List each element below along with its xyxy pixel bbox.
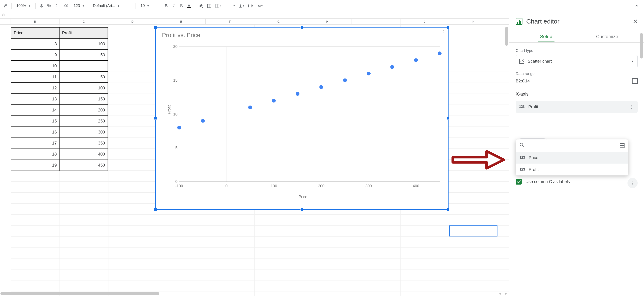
formula-bar[interactable]: fx	[0, 12, 509, 19]
decrease-decimal-button[interactable]: .0←	[53, 2, 61, 10]
table-cell[interactable]: 9	[11, 50, 60, 61]
table-cell[interactable]: 16	[11, 127, 60, 138]
select-range-button[interactable]	[620, 143, 624, 148]
table-cell[interactable]: 18	[11, 149, 60, 160]
vertical-scrollbar[interactable]	[505, 27, 508, 46]
search-icon	[520, 143, 524, 149]
data-range-value[interactable]: B2:C14	[516, 79, 530, 84]
resize-handle[interactable]	[447, 26, 450, 29]
chart-point	[272, 99, 276, 103]
spreadsheet-area: fx B C D E F G H I J K Price Profit	[0, 12, 509, 296]
fx-label: fx	[2, 13, 5, 17]
table-cell[interactable]: 450	[60, 160, 108, 171]
italic-button[interactable]: I	[170, 2, 177, 10]
close-button[interactable]: ✕	[633, 18, 638, 25]
more-button[interactable]: ⋯	[270, 2, 276, 10]
table-cell[interactable]: 14	[11, 105, 60, 116]
bold-button[interactable]: B	[163, 2, 170, 10]
table-cell[interactable]: 350	[60, 138, 108, 149]
column-header[interactable]: H	[303, 19, 352, 24]
x-axis-more-button[interactable]: ⋮	[629, 104, 634, 110]
chart-point	[248, 106, 252, 109]
zoom-select[interactable]: 100% ▼	[14, 2, 33, 10]
table-cell[interactable]: 400	[60, 149, 108, 160]
table-cell[interactable]: 12	[11, 83, 60, 94]
text-rotation-button[interactable]: ▼	[256, 2, 264, 10]
percent-button[interactable]: %	[46, 2, 52, 10]
table-cell[interactable]: 15	[11, 116, 60, 127]
select-range-button[interactable]	[632, 78, 638, 84]
column-header[interactable]: K	[449, 19, 498, 24]
text-color-button[interactable]: A	[186, 2, 192, 10]
x-axis-search-input[interactable]	[527, 142, 617, 149]
column-header[interactable]: C	[60, 19, 108, 24]
number-format-select[interactable]: 123 ▼	[73, 2, 86, 10]
table-cell[interactable]: 50	[60, 72, 108, 83]
active-cell[interactable]	[449, 225, 498, 236]
table-cell[interactable]: 300	[60, 127, 108, 138]
table-cell[interactable]: -100	[60, 39, 108, 50]
chevron-down-icon: ▼	[631, 60, 634, 63]
table-cell[interactable]: 250	[60, 116, 108, 127]
column-header[interactable]: E	[157, 19, 206, 24]
merge-cells-button[interactable]: ▼	[214, 2, 222, 10]
strikethrough-button[interactable]: S	[178, 2, 185, 10]
resize-handle[interactable]	[300, 208, 303, 211]
series-more-button[interactable]: ⋮	[628, 178, 638, 188]
resize-handle[interactable]	[447, 208, 450, 211]
font-select[interactable]: Default (Ari... ▼	[91, 2, 133, 10]
table-cell[interactable]: 8	[11, 39, 60, 50]
resize-handle[interactable]	[154, 26, 157, 29]
table-cell[interactable]: 150	[60, 94, 108, 105]
table-cell[interactable]: 19	[11, 160, 60, 171]
resize-handle[interactable]	[300, 26, 303, 29]
sheet-grid[interactable]: Price Profit 8-1009-5010-115012100131501…	[0, 25, 509, 296]
resize-handle[interactable]	[154, 117, 157, 120]
table-cell[interactable]: 100	[60, 83, 108, 94]
column-header[interactable]: J	[400, 19, 449, 24]
column-header[interactable]: F	[206, 19, 254, 24]
currency-button[interactable]: $	[38, 2, 45, 10]
scroll-right-button[interactable]: ▶	[503, 291, 509, 296]
paint-format-icon[interactable]	[2, 2, 9, 10]
text-wrap-button[interactable]: ▼	[246, 2, 255, 10]
collapse-toolbar-button[interactable]	[633, 2, 640, 10]
fill-color-button[interactable]	[198, 2, 205, 10]
column-header[interactable]: G	[254, 19, 303, 24]
resize-handle[interactable]	[154, 208, 157, 211]
scrollbar-thumb[interactable]	[0, 292, 159, 295]
tab-setup[interactable]: Setup	[516, 31, 577, 42]
column-header[interactable]: I	[352, 19, 400, 24]
editor-scrollbar[interactable]	[640, 33, 643, 59]
table-cell[interactable]: 17	[11, 138, 60, 149]
x-axis-field[interactable]: 123 Profit ⋮	[516, 101, 638, 113]
font-size-select[interactable]: 10 ▼	[138, 2, 157, 10]
scroll-left-button[interactable]: ◀	[497, 291, 503, 296]
dropdown-option-profit[interactable]: 123 Profit	[516, 164, 628, 175]
table-header[interactable]: Profit	[60, 28, 108, 39]
table-cell[interactable]: -	[60, 61, 108, 72]
column-header[interactable]: D	[108, 19, 157, 24]
table-cell[interactable]: 10	[11, 61, 60, 72]
table-cell[interactable]: 200	[60, 105, 108, 116]
table-cell[interactable]: -50	[60, 50, 108, 61]
toolbar: 100% ▼ $ % .0← .00→ 123 ▼ Default (Ari..…	[0, 0, 644, 12]
increase-decimal-button[interactable]: .00→	[62, 2, 72, 10]
horizontal-align-button[interactable]: ▼	[228, 2, 236, 10]
table-header[interactable]: Price	[11, 28, 60, 39]
use-col-labels-checkbox[interactable]	[516, 179, 522, 185]
horizontal-scrollbar[interactable]	[0, 291, 502, 296]
dropdown-option-price[interactable]: 123 Price	[516, 152, 628, 164]
embedded-chart[interactable]: ⋮ Profit vs. Price Profit Price 05101520…	[155, 27, 448, 210]
vertical-align-button[interactable]: ▼	[237, 2, 246, 10]
column-header[interactable]: B	[11, 19, 60, 24]
table-cell[interactable]: 13	[11, 94, 60, 105]
table-cell[interactable]: 11	[11, 72, 60, 83]
x-axis-heading: X-axis	[516, 91, 638, 97]
chart-type-label: Chart type	[516, 49, 638, 53]
chart-point	[438, 52, 442, 55]
borders-button[interactable]	[206, 2, 213, 10]
resize-handle[interactable]	[447, 117, 450, 120]
tab-customize[interactable]: Customize	[577, 31, 638, 42]
chart-type-select[interactable]: Scatter chart ▼	[516, 55, 638, 67]
